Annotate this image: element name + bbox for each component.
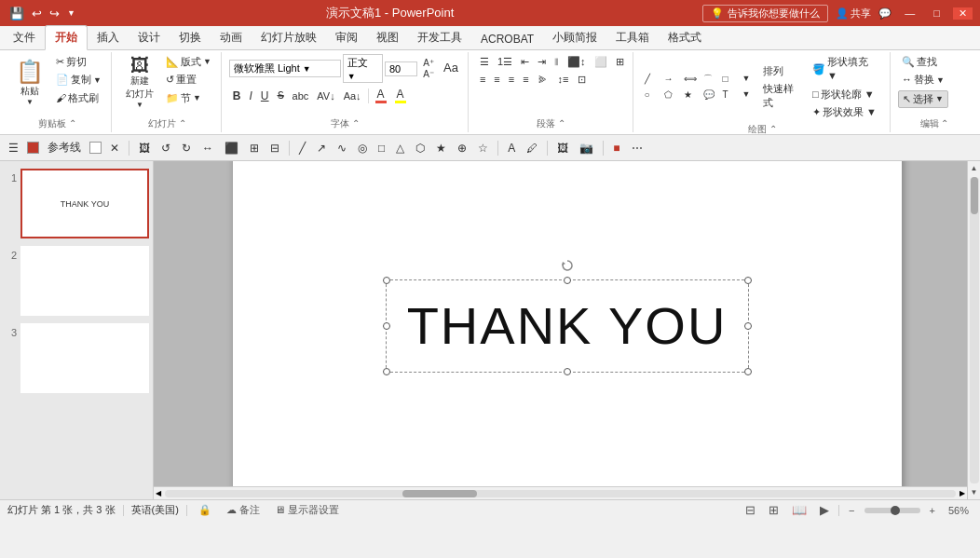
callout-tool[interactable]: 💬 — [700, 88, 718, 102]
tab-view[interactable]: 视图 — [367, 26, 408, 49]
scroll-right-btn[interactable]: ▶ — [958, 487, 967, 499]
curve-tool[interactable]: ⌒ — [700, 72, 718, 87]
slideshow-btn[interactable]: ▶ — [816, 501, 833, 519]
customize-qa-btn[interactable]: ▼ — [65, 7, 77, 20]
display-settings-btn[interactable]: 🖥 显示器设置 — [271, 502, 343, 518]
more-btn[interactable]: ▼ — [739, 88, 757, 102]
tb2-btn-image[interactable]: 🖼 — [552, 140, 573, 157]
grid-checkbox[interactable] — [89, 142, 102, 154]
tb2-btn-hex[interactable]: ⬡ — [411, 140, 429, 157]
smartart-btn[interactable]: ⊞ — [612, 54, 628, 70]
tab-design[interactable]: 设计 — [129, 26, 170, 49]
tab-home[interactable]: 开始 — [45, 25, 88, 50]
align-center-btn[interactable]: ≡ — [490, 72, 503, 88]
tb2-btn-arrow[interactable]: ↗ — [312, 140, 331, 157]
tab-acrobat[interactable]: ACROBAT — [471, 29, 543, 49]
zoom-out-btn[interactable]: − — [845, 504, 858, 517]
tb2-btn-circle[interactable]: ◎ — [353, 140, 372, 157]
font-color-btn[interactable]: A — [372, 87, 390, 104]
shape-outline-btn[interactable]: □形状轮廓 ▼ — [809, 87, 884, 102]
more-shapes-btn[interactable]: ▼ — [739, 72, 757, 87]
font-name-box[interactable]: 微软雅黑 Light ▼ — [229, 60, 341, 77]
decrease-indent-btn[interactable]: ⇤ — [517, 54, 533, 70]
share-btn[interactable]: 👤 共享 — [836, 7, 871, 20]
scroll-thumb[interactable] — [971, 177, 978, 214]
tab-insert[interactable]: 插入 — [88, 26, 129, 49]
tb2-btn-more[interactable]: ⋯ — [627, 140, 647, 157]
tb2-btn-star3[interactable]: ☆ — [473, 140, 493, 157]
text-direction-btn[interactable]: ⬛↕ — [564, 54, 590, 70]
quick-styles-btn[interactable]: 快速样式 — [759, 81, 807, 112]
tb2-btn-flip-h[interactable]: ↔ — [197, 140, 218, 157]
handle-tr[interactable] — [744, 277, 752, 284]
shape-fill-btn[interactable]: 🪣形状填充 ▼ — [809, 54, 884, 85]
reset-btn[interactable]: ↺重置 — [162, 72, 215, 88]
save-btn[interactable]: 💾 — [7, 5, 26, 22]
text-columns-btn[interactable]: ⫸ — [534, 72, 551, 88]
toolbar2-btn1[interactable]: ☰ — [4, 140, 23, 157]
tb2-btn-insert-pic[interactable]: 🖼 — [134, 140, 155, 157]
tb2-btn-align[interactable]: ⬛ — [220, 140, 243, 157]
selected-text-box[interactable]: THANK YOU — [386, 279, 749, 373]
font-size-decrease-btn[interactable]: A⁻ — [419, 69, 438, 80]
section-btn[interactable]: 📁节▼ — [162, 90, 215, 106]
format-painter-btn[interactable]: 🖌格式刷 — [52, 90, 105, 106]
slide-1-thumb[interactable]: 1 THANK YOU — [4, 169, 149, 238]
underline-btn[interactable]: U — [257, 88, 273, 103]
handle-bl[interactable] — [383, 368, 390, 375]
align-right-btn[interactable]: ≡ — [505, 72, 518, 88]
line-spacing-btn[interactable]: ↕≡ — [554, 72, 573, 88]
scroll-left-btn[interactable]: ◀ — [154, 487, 163, 499]
main-text-content[interactable]: THANK YOU — [407, 295, 728, 356]
char-spacing-btn[interactable]: AV↓ — [313, 89, 338, 102]
tab-developer[interactable]: 开发工具 — [408, 26, 471, 49]
find-btn[interactable]: 🔍查找 — [898, 54, 941, 70]
comment-btn[interactable]: 💬 — [878, 7, 892, 20]
italic-btn[interactable]: I — [246, 88, 256, 103]
toolbar2-close-btn[interactable]: ✕ — [105, 140, 124, 157]
arrange-btn[interactable]: 排列 — [759, 63, 807, 79]
scroll-up-btn[interactable]: ▲ — [968, 161, 980, 175]
tb2-btn-wave[interactable]: ∿ — [333, 140, 351, 157]
arrow-tool[interactable]: → — [660, 72, 679, 87]
undo-btn[interactable]: ↩ — [30, 5, 44, 22]
tb2-btn-plus[interactable]: ⊕ — [453, 140, 471, 157]
tab-review[interactable]: 审阅 — [326, 26, 367, 49]
copy-btn[interactable]: 📄复制▼ — [52, 72, 105, 88]
new-slide-btn[interactable]: 🖼 新建幻灯片 ▼ — [119, 54, 160, 110]
tab-transitions[interactable]: 切换 — [170, 26, 211, 49]
scroll-down-btn[interactable]: ▼ — [968, 485, 980, 499]
oval-tool[interactable]: ○ — [641, 88, 660, 102]
handle-bc[interactable] — [564, 368, 571, 375]
bullets-btn[interactable]: ☰ — [476, 54, 493, 70]
strikethrough-btn[interactable]: S̶ — [274, 88, 288, 102]
tb2-btn-rotate-ccw[interactable]: ↺ — [157, 140, 175, 157]
tb2-btn-rect[interactable]: □ — [374, 140, 389, 157]
shadow-btn[interactable]: abc — [289, 89, 313, 102]
font-style-box[interactable]: 正文 ▼ — [343, 54, 383, 83]
tb2-btn-ungroup[interactable]: ⊟ — [265, 140, 284, 157]
font-size-increase-btn[interactable]: A⁺ — [419, 58, 438, 69]
reference-line-label[interactable]: 参考线 — [43, 138, 86, 157]
tb2-btn-photo[interactable]: 📷 — [575, 140, 598, 157]
tab-toolkit[interactable]: 工具箱 — [606, 26, 659, 49]
dbl-arrow-tool[interactable]: ⟺ — [680, 72, 699, 87]
redo-btn[interactable]: ↪ — [48, 5, 61, 22]
columns-btn[interactable]: ⫴ — [551, 54, 563, 70]
handle-ml[interactable] — [383, 322, 390, 330]
zoom-slider[interactable] — [864, 508, 920, 513]
justify-btn[interactable]: ≡ — [519, 72, 532, 88]
tab-format[interactable]: 格式式 — [659, 26, 711, 49]
reading-view-btn[interactable]: 📖 — [788, 501, 810, 519]
slide-2-preview[interactable] — [20, 246, 149, 316]
paragraph-settings-btn[interactable]: ⊡ — [574, 72, 590, 88]
handle-br[interactable] — [744, 368, 752, 375]
handle-tc[interactable] — [564, 277, 571, 284]
line-tool[interactable]: ╱ — [641, 72, 660, 87]
normal-view-btn[interactable]: ⊟ — [742, 501, 759, 519]
tb2-btn-triangle[interactable]: △ — [391, 140, 409, 157]
tb2-btn-star2[interactable]: ★ — [431, 140, 451, 157]
align-left-btn[interactable]: ≡ — [476, 72, 489, 88]
cut-btn[interactable]: ✂剪切 — [52, 54, 105, 70]
pentagon-tool[interactable]: ⬠ — [660, 88, 679, 102]
